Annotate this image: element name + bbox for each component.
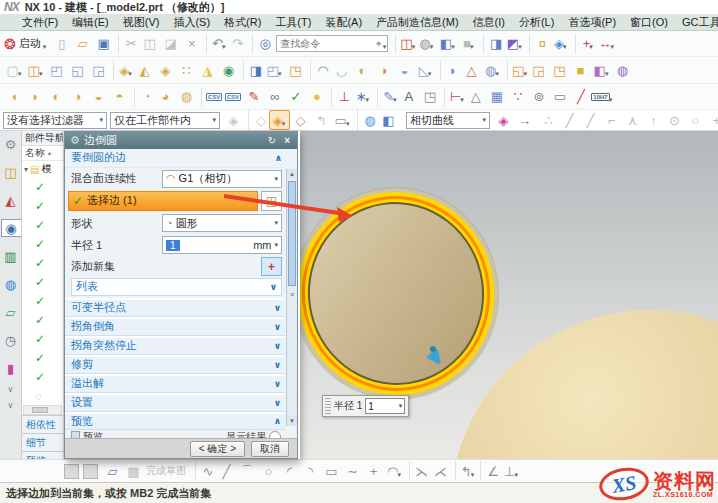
- checkbox-checked-icon[interactable]: ✓: [35, 313, 45, 327]
- dialog-section-header[interactable]: 修剪 ∨: [65, 355, 285, 374]
- menu-item[interactable]: 编辑(E): [66, 15, 115, 30]
- stamp-tool-icon[interactable]: ◳: [419, 87, 440, 107]
- part-navigator-icon[interactable]: ◉: [1, 219, 21, 237]
- select-all-icon[interactable]: ◇: [248, 110, 269, 130]
- snap-point-on-curve-icon[interactable]: +: [706, 110, 718, 130]
- feature-tree-row[interactable]: ✓: [22, 196, 63, 215]
- dialog-title-bar[interactable]: ⚙ 边倒圆 ↻ ×: [65, 132, 297, 149]
- checkbox-checked-icon[interactable]: ✓: [35, 332, 45, 346]
- chevron-down-icon[interactable]: ∨: [274, 341, 281, 351]
- radius-value-field[interactable]: 1 ▾: [365, 398, 405, 414]
- datum-axis-icon[interactable]: ⊥: [331, 87, 352, 107]
- edges-to-blend-header[interactable]: 要倒圆的边 ∧: [65, 149, 285, 168]
- bridge-icon[interactable]: ◒: [88, 87, 109, 107]
- window-select-icon[interactable]: ▭▾: [332, 110, 353, 130]
- add-new-set-button[interactable]: +: [261, 257, 282, 276]
- history-icon[interactable]: ◷: [2, 331, 20, 349]
- checkbox-checked-icon[interactable]: ✓: [35, 256, 45, 270]
- feature-tree-row[interactable]: ✓: [22, 253, 63, 272]
- horizontal-scrollbar[interactable]: [23, 405, 62, 415]
- stop-at-intersection-icon[interactable]: ◈: [493, 110, 514, 130]
- annotation-icon[interactable]: A: [398, 87, 419, 107]
- selected-edge[interactable]: [300, 184, 503, 403]
- cylinder-icon[interactable]: ◰: [46, 60, 67, 80]
- curve-rule-dropdown[interactable]: 相切曲线▾: [406, 112, 490, 129]
- join-icon[interactable]: ◉: [218, 60, 239, 80]
- sketch-task-icon[interactable]: ▱: [102, 461, 123, 481]
- rendering-style-icon[interactable]: ◍▾: [416, 34, 437, 54]
- point-icon[interactable]: +: [363, 461, 384, 481]
- chevron-up-icon[interactable]: ∧: [275, 153, 282, 163]
- perpendicular-icon[interactable]: ⊥▾: [501, 461, 522, 481]
- face-blend-icon[interactable]: ◐: [46, 87, 67, 107]
- open-icon[interactable]: ▱: [72, 34, 93, 54]
- globe-icon[interactable]: ◍: [357, 110, 378, 130]
- scrollbar-grip-icon[interactable]: ≡: [288, 291, 296, 299]
- snap-quadrant-icon[interactable]: ⊙: [664, 110, 685, 130]
- undo-icon[interactable]: ↶▾: [206, 34, 227, 54]
- datum-plane-icon[interactable]: ▢▾: [4, 60, 25, 80]
- profile-icon[interactable]: ∿: [195, 461, 216, 481]
- chevron-down-icon[interactable]: ∨: [274, 360, 281, 370]
- arc-2pt-icon[interactable]: ◜: [279, 461, 300, 481]
- edge-blend-icon[interactable]: ◖: [4, 87, 25, 107]
- dialog-reset-icon[interactable]: ↻: [266, 135, 278, 146]
- chevron-down-icon[interactable]: ∨: [274, 303, 281, 313]
- snap-existing-point-icon[interactable]: ○: [685, 110, 706, 130]
- menu-item[interactable]: 分析(L): [513, 15, 560, 30]
- checkbox-checked-icon[interactable]: ✓: [35, 351, 45, 365]
- circles-icon[interactable]: ⊚: [528, 87, 549, 107]
- redo-icon[interactable]: ↷: [227, 34, 248, 54]
- arc-3pt-icon[interactable]: ◝: [300, 461, 321, 481]
- blend-surface-icon[interactable]: ◡: [331, 60, 352, 80]
- checkbox-checked-icon[interactable]: ✓: [35, 180, 45, 194]
- boolean-target-icon[interactable]: ■: [570, 60, 591, 80]
- continuity-dropdown[interactable]: ◠ G1（相切） ▾: [162, 170, 282, 188]
- soft-blend-icon[interactable]: ◓: [109, 87, 130, 107]
- highlight-select-icon[interactable]: ◈▾: [269, 110, 290, 130]
- checkbox-checked-icon[interactable]: ✓: [35, 237, 45, 251]
- deselect-icon[interactable]: ◇: [290, 110, 311, 130]
- triangle-icon[interactable]: △: [465, 87, 486, 107]
- command-search[interactable]: ⌖ ▾: [276, 35, 388, 52]
- table-icon[interactable]: ▦: [486, 87, 507, 107]
- boolean-intersect-icon[interactable]: ◳: [549, 60, 570, 80]
- feature-tree-row[interactable]: ✓: [22, 348, 63, 367]
- chevron-down-icon[interactable]: ∨: [274, 379, 281, 389]
- feature-tree-row[interactable]: ✓: [22, 329, 63, 348]
- edge-blend-dialog[interactable]: ⚙ 边倒圆 ↻ × 要倒圆的边 ∧ 混合面连续性 ◠ G1（相切） ▾ ✓: [64, 131, 298, 459]
- menu-item[interactable]: 产品制造信息(M): [370, 15, 465, 30]
- emboss-icon[interactable]: ◭: [134, 60, 155, 80]
- measure-hand-icon[interactable]: ⊢▾: [444, 87, 465, 107]
- checkbox-checked-icon[interactable]: ✓: [35, 218, 45, 232]
- checkbox-checked-icon[interactable]: ✓: [35, 199, 45, 213]
- follow-fillet-icon[interactable]: →: [514, 110, 535, 130]
- boolean-unite-icon[interactable]: ◱▾: [507, 60, 528, 80]
- ring-top-face[interactable]: [300, 193, 494, 394]
- graphics-viewport[interactable]: 半径 1 1 ▾: [300, 131, 718, 459]
- chevron-down-icon[interactable]: ▾: [274, 219, 278, 227]
- scroll-up-icon[interactable]: ▲: [287, 169, 297, 179]
- draft-icon[interactable]: ◑: [373, 60, 394, 80]
- cut-icon[interactable]: ✂: [118, 34, 139, 54]
- window-icon[interactable]: ▭: [549, 87, 570, 107]
- edit-section-icon[interactable]: ◩▾: [504, 34, 525, 54]
- roles-gear-icon[interactable]: ⚙: [2, 135, 20, 153]
- point-plus-icon[interactable]: ∵: [507, 87, 528, 107]
- drag-grip-icon[interactable]: [325, 398, 331, 414]
- snap-arc-center-icon[interactable]: ↑: [643, 110, 664, 130]
- scrollbar-thumb[interactable]: [288, 181, 296, 286]
- search-input[interactable]: [277, 38, 374, 49]
- shell-icon[interactable]: ◺▾: [415, 60, 436, 80]
- feature-tree-row[interactable]: ✓: [22, 272, 63, 291]
- scroll-down-icon[interactable]: ▼: [287, 416, 297, 426]
- copy-icon[interactable]: ◫: [139, 34, 160, 54]
- menu-item[interactable]: 窗口(O): [624, 15, 674, 30]
- quick-trim-icon[interactable]: ⋋: [409, 461, 430, 481]
- menu-item[interactable]: 信息(I): [467, 15, 511, 30]
- material-ball-icon[interactable]: ●: [306, 87, 327, 107]
- line-icon[interactable]: ╱: [216, 461, 237, 481]
- pending-feature-row[interactable]: ◌: [22, 386, 63, 405]
- block-icon[interactable]: ◫▾: [25, 60, 46, 80]
- materials-icon[interactable]: ▮: [2, 359, 20, 377]
